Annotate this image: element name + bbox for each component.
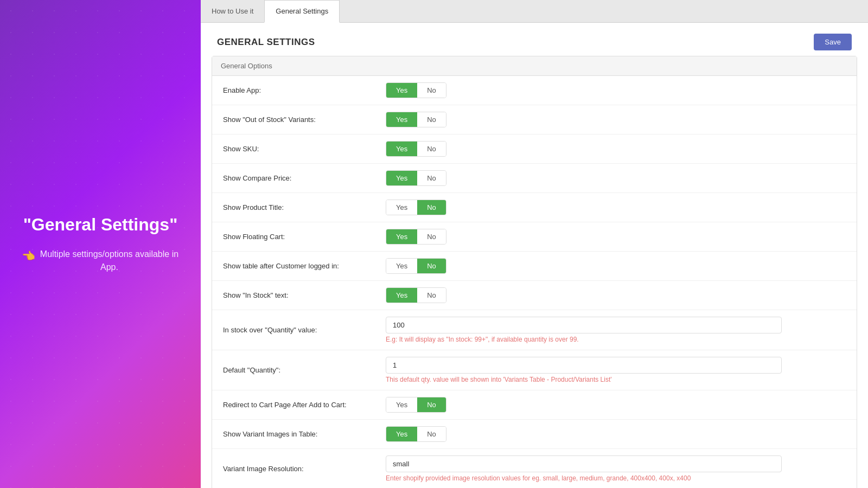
toggle-compare-price-no[interactable]: No — [417, 171, 446, 185]
toggle-floating-cart-no[interactable]: No — [417, 229, 446, 244]
sidebar-desc-text: Multiple settings/options available in A… — [40, 248, 179, 274]
control-enable-app: Yes No — [386, 82, 846, 98]
toggle-floating-cart-yes[interactable]: Yes — [386, 229, 417, 244]
label-variant-resolution: Variant Image Resolution: — [223, 465, 386, 473]
row-show-sku: Show SKU: Yes No — [212, 134, 857, 164]
toggle-show-sku-no[interactable]: No — [417, 142, 446, 156]
panel-header: General Options — [212, 56, 857, 76]
toggle-product-title-yes[interactable]: Yes — [386, 200, 417, 215]
toggle-variant-images-yes[interactable]: Yes — [386, 427, 417, 441]
row-in-stock-text: Show "In Stock" text: Yes No — [212, 281, 857, 310]
row-variant-images: Show Variant Images in Table: Yes No — [212, 420, 857, 449]
toggle-show-sku-yes[interactable]: Yes — [386, 142, 417, 156]
toggle-redirect-to-cart-no[interactable]: No — [417, 397, 446, 412]
hint-variant-resolution: Enter shopify provided image resolution … — [386, 474, 846, 482]
label-table-after-login: Show table after Customer logged in: — [223, 262, 386, 270]
label-out-of-stock: Show "Out of Stock" Variants: — [223, 115, 386, 124]
control-table-after-login: Yes No — [386, 258, 846, 274]
control-compare-price: Yes No — [386, 170, 846, 186]
toggle-redirect-to-cart-yes[interactable]: Yes — [386, 397, 417, 412]
row-table-after-login: Show table after Customer logged in: Yes… — [212, 252, 857, 281]
tab-general-settings[interactable]: General Settings — [264, 0, 340, 23]
toggle-show-sku: Yes No — [386, 141, 446, 157]
toggle-product-title: Yes No — [386, 200, 446, 215]
control-out-of-stock: Yes No — [386, 112, 846, 127]
toggle-out-of-stock-no[interactable]: No — [417, 112, 446, 127]
label-in-stock-quantity: In stock over "Quantity" value: — [223, 326, 386, 334]
toggle-floating-cart: Yes No — [386, 229, 446, 245]
toggle-enable-app: Yes No — [386, 82, 446, 98]
control-default-quantity: This default qty. value will be shown in… — [386, 357, 846, 383]
control-in-stock-quantity: E.g: It will display as "In stock: 99+",… — [386, 317, 846, 343]
toggle-compare-price: Yes No — [386, 170, 446, 186]
hint-default-quantity: This default qty. value will be shown in… — [386, 376, 846, 383]
control-floating-cart: Yes No — [386, 229, 846, 245]
toggle-table-after-login-no[interactable]: No — [417, 259, 446, 273]
row-out-of-stock: Show "Out of Stock" Variants: Yes No — [212, 105, 857, 134]
label-redirect-to-cart: Redirect to Cart Page After Add to Cart: — [223, 401, 386, 409]
control-in-stock-text: Yes No — [386, 287, 846, 303]
toggle-enable-app-yes[interactable]: Yes — [386, 83, 417, 98]
toggle-product-title-no[interactable]: No — [417, 200, 446, 215]
hint-in-stock-quantity: E.g: It will display as "In stock: 99+",… — [386, 336, 846, 343]
row-product-title: Show Product Title: Yes No — [212, 193, 857, 222]
row-redirect-to-cart: Redirect to Cart Page After Add to Cart:… — [212, 390, 857, 420]
toggle-variant-images-no[interactable]: No — [417, 427, 446, 441]
toggle-in-stock-text-yes[interactable]: Yes — [386, 288, 417, 303]
row-compare-price: Show Compare Price: Yes No — [212, 164, 857, 193]
input-in-stock-quantity[interactable] — [386, 317, 782, 333]
row-default-quantity: Default "Quantity": This default qty. va… — [212, 350, 857, 390]
toggle-in-stock-text-no[interactable]: No — [417, 288, 446, 303]
control-show-sku: Yes No — [386, 141, 846, 157]
toggle-redirect-to-cart: Yes No — [386, 397, 446, 413]
hand-icon: 👈 — [22, 248, 35, 264]
toggle-in-stock-text: Yes No — [386, 287, 446, 303]
row-variant-resolution: Variant Image Resolution: Enter shopify … — [212, 449, 857, 488]
label-compare-price: Show Compare Price: — [223, 174, 386, 182]
toggle-compare-price-yes[interactable]: Yes — [386, 171, 417, 185]
label-show-sku: Show SKU: — [223, 145, 386, 153]
row-enable-app: Enable App: Yes No — [212, 76, 857, 105]
toggle-enable-app-no[interactable]: No — [417, 83, 446, 98]
toggle-table-after-login: Yes No — [386, 258, 446, 274]
label-enable-app: Enable App: — [223, 86, 386, 94]
page-header: GENERAL SETTINGS Save — [201, 23, 868, 56]
toggle-table-after-login-yes[interactable]: Yes — [386, 259, 417, 273]
label-variant-images: Show Variant Images in Table: — [223, 430, 386, 438]
label-in-stock-text: Show "In Stock" text: — [223, 291, 386, 299]
label-default-quantity: Default "Quantity": — [223, 366, 386, 374]
tab-bar: How to Use it General Settings — [201, 0, 868, 23]
sidebar: "General Settings" 👈 Multiple settings/o… — [0, 0, 201, 488]
control-variant-images: Yes No — [386, 426, 846, 442]
toggle-out-of-stock-yes[interactable]: Yes — [386, 112, 417, 127]
input-variant-resolution[interactable] — [386, 455, 782, 472]
row-in-stock-quantity: In stock over "Quantity" value: E.g: It … — [212, 310, 857, 350]
content-area: GENERAL SETTINGS Save General Options En… — [201, 23, 868, 488]
toggle-variant-images: Yes No — [386, 426, 446, 442]
sidebar-content: "General Settings" 👈 Multiple settings/o… — [22, 214, 179, 274]
input-default-quantity[interactable] — [386, 357, 782, 374]
sidebar-description: 👈 Multiple settings/options available in… — [22, 248, 179, 274]
row-floating-cart: Show Floating Cart: Yes No — [212, 222, 857, 252]
settings-panel: General Options Enable App: Yes No Show … — [212, 56, 857, 488]
control-variant-resolution: Enter shopify provided image resolution … — [386, 455, 846, 482]
control-redirect-to-cart: Yes No — [386, 397, 846, 413]
control-product-title: Yes No — [386, 200, 846, 215]
page-title: GENERAL SETTINGS — [217, 37, 315, 48]
label-floating-cart: Show Floating Cart: — [223, 233, 386, 241]
toggle-out-of-stock: Yes No — [386, 112, 446, 127]
label-product-title: Show Product Title: — [223, 203, 386, 211]
main-content: How to Use it General Settings GENERAL S… — [201, 0, 868, 488]
sidebar-title: "General Settings" — [22, 214, 179, 235]
save-button[interactable]: Save — [814, 34, 852, 50]
tab-how-to-use[interactable]: How to Use it — [201, 0, 264, 23]
